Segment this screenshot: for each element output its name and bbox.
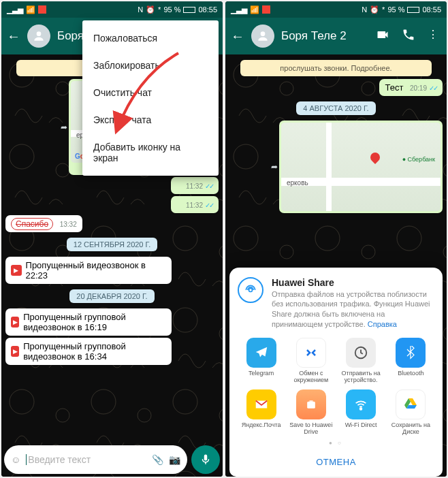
video-missed-icon: ▶ (11, 317, 19, 328)
alarm-icon: ⏰ (146, 5, 155, 14)
share-wifi-direct[interactable]: Wi-Fi Direct (338, 389, 385, 436)
share-title: Huawei Share (272, 277, 434, 288)
svg-point-0 (37, 31, 42, 36)
cancel-button[interactable]: ОТМЕНА (238, 450, 434, 471)
battery-icon (407, 7, 419, 13)
mail-icon (38, 5, 46, 14)
menu-addicon[interactable]: Добавить иконку на экран (82, 133, 219, 172)
huawei-share-icon (238, 277, 263, 303)
alarm-icon: ⏰ (370, 5, 379, 14)
statusbar: ▁▃▅ 📶 N ⏰ * 95 % 08:55 (1, 1, 223, 18)
nfc-icon: N (362, 5, 367, 14)
wifi-icon: 📶 (250, 5, 259, 14)
avatar[interactable] (251, 25, 274, 48)
share-nearby[interactable]: Обмен с окружением (287, 338, 334, 384)
missed-call[interactable]: ▶Пропущенный групповой видеозвонок в 16:… (5, 338, 172, 365)
phone-left: ▁▃▅ 📶 N ⏰ * 95 % 08:55 ← Боря Т прослуш … (1, 1, 223, 477)
back-icon[interactable]: ← (231, 29, 244, 44)
camera-icon[interactable]: 📷 (169, 454, 180, 465)
video-missed-icon: ▶ (11, 346, 19, 357)
message-in[interactable]: Спасибо 13:32 (5, 215, 82, 232)
chat-title[interactable]: Боря Теле 2 (281, 29, 369, 43)
emoji-icon[interactable]: ☺ (11, 454, 20, 465)
voice-call-icon[interactable] (402, 28, 415, 44)
share-telegram[interactable]: Telegram (238, 338, 285, 384)
share-yandex-mail[interactable]: Яндекс.Почта (238, 389, 285, 436)
share-huawei-drive[interactable]: Save to Huawei Drive (287, 389, 334, 436)
share-bluetooth[interactable]: Bluetooth (387, 338, 434, 384)
bluetooth-icon: * (382, 5, 385, 14)
menu-block[interactable]: Заблокировать (82, 52, 219, 79)
mail-icon (262, 5, 270, 14)
encryption-banner: прослушать звонки. Подробнее. (240, 60, 432, 76)
context-menu: Пожаловаться Заблокировать Очистить чат … (82, 20, 219, 176)
svg-rect-4 (307, 402, 315, 409)
nfc-icon: N (138, 5, 143, 14)
clock: 08:55 (198, 5, 217, 14)
svg-point-1 (261, 31, 266, 36)
forward-icon[interactable]: ➦ (61, 123, 67, 132)
date-chip: 4 АВГУСТА 2020 Г. (296, 101, 375, 115)
back-icon[interactable]: ← (7, 29, 20, 44)
menu-clear[interactable]: Очистить чат (82, 79, 219, 106)
avatar[interactable] (27, 25, 50, 48)
video-missed-icon: ▶ (11, 265, 22, 276)
share-help-link[interactable]: Справка (368, 320, 397, 328)
phone-right: ▁▃▅ 📶 N ⏰ * 95 % 08:55 ← Боря Теле 2 ⋮ п… (225, 1, 447, 477)
statusbar: ▁▃▅ 📶 N ⏰ * 95 % 08:55 (225, 1, 447, 18)
message-map[interactable]: ерковь ● Сбербанк (279, 121, 443, 213)
page-dots: ● ○ (238, 440, 434, 446)
missed-call[interactable]: ▶Пропущенный видеозвонок в 22:23 (5, 257, 172, 284)
forward-icon[interactable]: ➦ (271, 162, 278, 172)
wifi-icon: 📶 (26, 5, 35, 14)
date-chip: 20 ДЕКАБРЯ 2020 Г. (69, 289, 154, 303)
message-out[interactable]: 11:32 ✓✓ (171, 177, 219, 194)
map-pin-icon (368, 150, 382, 164)
missed-call[interactable]: ▶Пропущенный групповой видеозвонок в 16:… (5, 308, 172, 336)
menu-export[interactable]: Экспорт чата (82, 106, 219, 133)
battery-icon (183, 7, 195, 13)
appbar: ← Боря Теле 2 ⋮ (225, 18, 447, 54)
svg-point-5 (360, 408, 362, 410)
battery-text: 95 % (387, 5, 404, 14)
message-out[interactable]: Тест 20:19 ✓✓ (379, 79, 443, 96)
share-google-drive[interactable]: Сохранить на Диске (387, 389, 434, 436)
video-call-icon[interactable] (376, 28, 389, 44)
bluetooth-icon: * (158, 5, 161, 14)
clock: 08:55 (422, 5, 441, 14)
share-sheet: Huawei Share Отправка файлов на устройст… (229, 268, 443, 477)
signal-icon: ▁▃▅ (7, 5, 23, 14)
menu-report[interactable]: Пожаловаться (82, 25, 219, 52)
input-bar: ☺ Введите текст 📎 📷 (4, 445, 220, 474)
attach-icon[interactable]: 📎 (152, 454, 163, 465)
share-grid: Telegram Обмен с окружением Отправить на… (238, 338, 434, 436)
more-icon[interactable]: ⋮ (428, 28, 438, 44)
svg-point-2 (249, 288, 253, 291)
date-chip: 12 СЕНТЯБРЯ 2020 Г. (67, 238, 157, 251)
battery-text: 95 % (163, 5, 180, 14)
message-input[interactable]: ☺ Введите текст 📎 📷 (4, 445, 187, 474)
message-out[interactable]: 11:32 ✓✓ (171, 196, 219, 213)
share-desc: Отправка файлов на устройства поблизости… (272, 289, 434, 330)
signal-icon: ▁▃▅ (231, 5, 247, 14)
share-send-device[interactable]: Отправить на устройство. (338, 338, 385, 384)
mic-button[interactable] (191, 445, 220, 474)
